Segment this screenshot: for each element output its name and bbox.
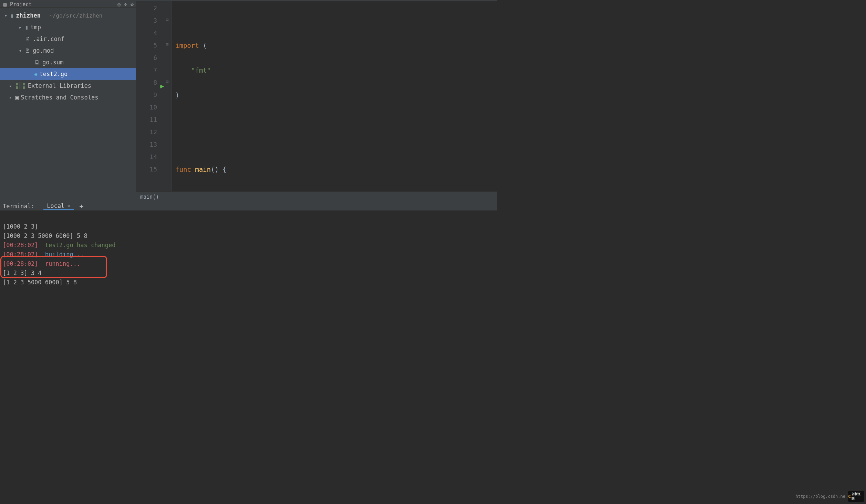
- tree-root-path: ~/go/src/zhizhen: [43, 12, 102, 19]
- terminal-tab-local[interactable]: Local ✕: [43, 202, 74, 210]
- chevron-icon[interactable]: ▸: [18, 24, 23, 30]
- file-icon: 🗎: [34, 59, 40, 66]
- line-number[interactable]: 15: [136, 163, 157, 176]
- line-number[interactable]: 4: [136, 27, 157, 39]
- go-icon: ◉: [34, 71, 37, 77]
- tree-root[interactable]: ▾ ▮ zhizhen ~/go/src/zhizhen: [0, 10, 136, 21]
- terminal-tab-label: Local: [47, 202, 64, 209]
- tree-item-label: go.sum: [42, 59, 63, 66]
- run-gutter-icon[interactable]: ▶: [160, 80, 164, 92]
- terminal-line: [1000 2 3]: [3, 223, 38, 230]
- project-panel-title-icon: ▤: [3, 1, 7, 8]
- chevron-icon[interactable]: ▸: [8, 95, 13, 100]
- scr-icon: ▣: [15, 94, 19, 101]
- gear-icon[interactable]: ✿: [131, 1, 134, 8]
- breadcrumb[interactable]: main(): [136, 191, 497, 202]
- code-line: [175, 114, 497, 126]
- add-terminal-button[interactable]: +: [76, 202, 87, 210]
- chevron-icon[interactable]: [28, 60, 32, 65]
- line-number[interactable]: 13: [136, 138, 157, 151]
- tree-item-label: External Libraries: [28, 82, 91, 89]
- main-split: ▤ Project ◎ ÷ ✿ ▾ ▮ zhizhen ~/go/src/zhi…: [0, 1, 497, 202]
- tree-item[interactable]: ◉test2.go: [0, 68, 136, 80]
- line-number[interactable]: 9: [136, 89, 157, 101]
- terminal-panel: Terminal: Local ✕ + [1000 2 3] [1000 2 3…: [0, 202, 497, 289]
- terminal-line: [1 2 3 5000 6000] 5 8: [3, 279, 77, 286]
- code-area[interactable]: import ( "fmt" ) func main() { arr1 := […: [172, 1, 497, 191]
- terminal-line: [00:28:02] running...: [3, 260, 80, 267]
- file-icon: 🗎: [25, 35, 31, 42]
- code-line: arr1 := [4]int{1,2,3,4}: [175, 188, 497, 191]
- editor-gutter[interactable]: 2345678▶9101112131415: [136, 1, 165, 191]
- target-icon[interactable]: ◎: [117, 1, 121, 8]
- tree-item-label: tmp: [30, 24, 41, 31]
- line-number[interactable]: 8▶: [136, 76, 157, 89]
- line-number[interactable]: 3: [136, 14, 157, 27]
- line-number[interactable]: 5: [136, 39, 157, 52]
- chevron-icon[interactable]: ▾: [18, 48, 23, 53]
- line-number[interactable]: 6: [136, 52, 157, 64]
- tree-item[interactable]: ▾🗎go.mod: [0, 45, 136, 56]
- line-number[interactable]: 7: [136, 64, 157, 76]
- tree-item[interactable]: ▸╏║╏External Libraries: [0, 80, 136, 92]
- terminal-output[interactable]: [1000 2 3] [1000 2 3 5000 6000] 5 8 [00:…: [0, 211, 497, 289]
- project-panel-header: ▤ Project ◎ ÷ ✿: [0, 1, 136, 8]
- fold-end-icon[interactable]: ⊟: [166, 42, 168, 47]
- line-number[interactable]: 14: [136, 151, 157, 163]
- tree-item-label: Scratches and Consoles: [21, 94, 98, 101]
- chevron-icon[interactable]: ▸: [8, 83, 13, 88]
- tree-root-name: zhizhen: [16, 12, 41, 19]
- code-line: import (: [175, 39, 497, 52]
- tree-item-label: test2.go: [39, 71, 68, 77]
- terminal-line: [1000 2 3 5000 6000] 5 8: [3, 232, 87, 239]
- dir-icon: ▮: [25, 24, 28, 31]
- code-line: "fmt": [175, 64, 497, 76]
- file-icon: 🗎: [25, 47, 31, 54]
- terminal-line: [00:28:02] test2.go has changed: [3, 242, 116, 249]
- code-line: [175, 14, 497, 27]
- folder-icon: ▮: [10, 12, 14, 19]
- lib-icon: ╏║╏: [15, 82, 26, 89]
- terminal-title: Terminal:: [3, 203, 34, 210]
- code-editor[interactable]: 2345678▶9101112131415 ⊟ ⊟ ⊟ import ( "fm…: [136, 1, 497, 202]
- tree-item-label: .air.conf: [33, 35, 64, 42]
- terminal-tabs: Terminal: Local ✕ +: [0, 202, 497, 211]
- chevron-icon[interactable]: [18, 36, 23, 42]
- project-panel-title: Project: [10, 1, 32, 8]
- fold-start-icon[interactable]: ⊟: [166, 79, 168, 84]
- terminal-line: [1 2 3] 3 4: [3, 270, 42, 276]
- fold-column[interactable]: ⊟ ⊟ ⊟: [165, 1, 172, 191]
- tree-item[interactable]: ▸▣Scratches and Consoles: [0, 92, 136, 103]
- code-line: [175, 138, 497, 151]
- project-panel: ▤ Project ◎ ÷ ✿ ▾ ▮ zhizhen ~/go/src/zhi…: [0, 1, 136, 202]
- line-number[interactable]: 12: [136, 126, 157, 138]
- chevron-down-icon[interactable]: ▾: [3, 13, 8, 18]
- code-line: func main() {: [175, 163, 497, 176]
- line-number[interactable]: 10: [136, 101, 157, 114]
- tree-item[interactable]: 🗎.air.conf: [0, 33, 136, 45]
- line-number[interactable]: 11: [136, 114, 157, 126]
- tree-item-label: go.mod: [33, 47, 54, 54]
- tree-item[interactable]: 🗎go.sum: [0, 56, 136, 68]
- collapse-icon[interactable]: ÷: [124, 1, 127, 8]
- close-icon[interactable]: ✕: [67, 203, 70, 209]
- chevron-icon[interactable]: [28, 71, 32, 77]
- tree-item[interactable]: ▸▮tmp: [0, 21, 136, 33]
- terminal-line: [00:28:02] building...: [3, 251, 84, 258]
- fold-start-icon[interactable]: ⊟: [166, 17, 168, 22]
- line-number[interactable]: 2: [136, 2, 157, 14]
- project-tree[interactable]: ▾ ▮ zhizhen ~/go/src/zhizhen ▸▮tmp 🗎.air…: [0, 8, 136, 105]
- code-line: ): [175, 89, 497, 101]
